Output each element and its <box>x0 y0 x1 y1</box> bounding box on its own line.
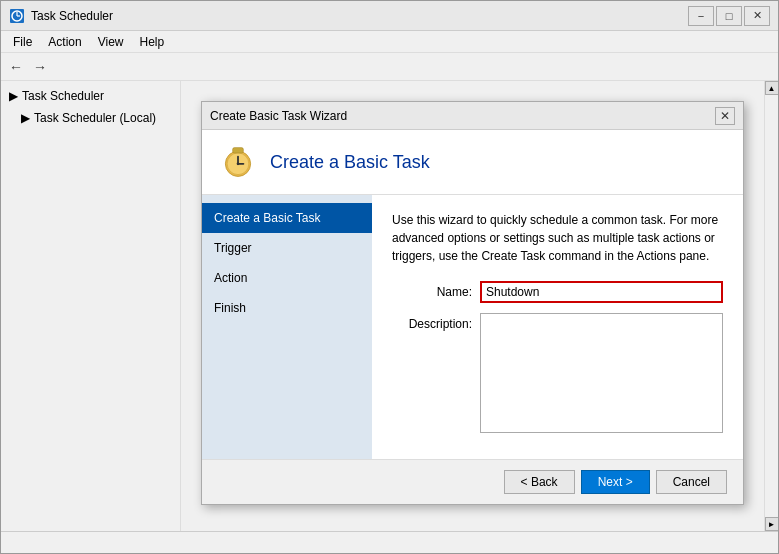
content-area: ▶ Task Scheduler ▶ Task Scheduler (Local… <box>1 81 778 531</box>
description-label: Description: <box>392 313 472 331</box>
window-controls: − □ ✕ <box>688 6 770 26</box>
step-trigger[interactable]: Trigger <box>202 233 372 263</box>
menu-bar: File Action View Help <box>1 31 778 53</box>
dialog-header-icon <box>218 142 258 182</box>
left-panel-item-label-2: Task Scheduler (Local) <box>34 111 156 125</box>
next-button[interactable]: Next > <box>581 470 650 494</box>
dialog-body: Create a Basic Task Trigger Action Finis… <box>202 195 743 459</box>
steps-panel: Create a Basic Task Trigger Action Finis… <box>202 195 372 459</box>
description-row: Description: <box>392 313 723 433</box>
title-bar: Task Scheduler − □ ✕ <box>1 1 778 31</box>
name-row: Name: <box>392 281 723 303</box>
back-button[interactable]: < Back <box>504 470 575 494</box>
window-title: Task Scheduler <box>31 9 682 23</box>
close-button[interactable]: ✕ <box>744 6 770 26</box>
menu-view[interactable]: View <box>90 33 132 51</box>
expand-icon: ▶ <box>9 89 18 103</box>
cancel-button[interactable]: Cancel <box>656 470 727 494</box>
svg-point-8 <box>237 162 240 165</box>
dialog-header-title: Create a Basic Task <box>270 152 430 173</box>
right-scrollbar: ▲ ► <box>764 81 778 531</box>
name-label: Name: <box>392 281 472 299</box>
toolbar: ← → <box>1 53 778 81</box>
main-window: Task Scheduler − □ ✕ File Action View He… <box>0 0 779 554</box>
step-finish[interactable]: Finish <box>202 293 372 323</box>
step-action[interactable]: Action <box>202 263 372 293</box>
left-panel-item-label: Task Scheduler <box>22 89 104 103</box>
dialog-close-button[interactable]: ✕ <box>715 107 735 125</box>
form-area: Use this wizard to quickly schedule a co… <box>372 195 743 459</box>
dialog-title-bar: Create Basic Task Wizard ✕ <box>202 102 743 130</box>
app-icon <box>9 8 25 24</box>
dialog-footer: < Back Next > Cancel <box>202 459 743 504</box>
left-panel-task-scheduler[interactable]: ▶ Task Scheduler <box>1 85 180 107</box>
left-panel: ▶ Task Scheduler ▶ Task Scheduler (Local… <box>1 81 181 531</box>
dialog-title: Create Basic Task Wizard <box>210 109 709 123</box>
status-bar <box>1 531 778 553</box>
scroll-up-button[interactable]: ▲ <box>765 81 779 95</box>
scroll-right-arrow[interactable]: ► <box>765 517 779 531</box>
minimize-button[interactable]: − <box>688 6 714 26</box>
description-input[interactable] <box>480 313 723 433</box>
dialog-header: Create a Basic Task <box>202 130 743 195</box>
forward-button[interactable]: → <box>29 56 51 78</box>
left-panel-task-scheduler-library[interactable]: ▶ Task Scheduler (Local) <box>1 107 180 129</box>
svg-rect-9 <box>233 148 244 153</box>
menu-action[interactable]: Action <box>40 33 89 51</box>
expand-icon-2: ▶ <box>21 111 30 125</box>
back-button[interactable]: ← <box>5 56 27 78</box>
main-panel: Create Basic Task Wizard ✕ <box>181 81 764 531</box>
menu-help[interactable]: Help <box>132 33 173 51</box>
form-description: Use this wizard to quickly schedule a co… <box>392 211 723 265</box>
dialog-overlay: Create Basic Task Wizard ✕ <box>181 81 764 531</box>
name-input[interactable] <box>480 281 723 303</box>
step-create-basic-task[interactable]: Create a Basic Task <box>202 203 372 233</box>
maximize-button[interactable]: □ <box>716 6 742 26</box>
create-basic-task-dialog: Create Basic Task Wizard ✕ <box>201 101 744 505</box>
menu-file[interactable]: File <box>5 33 40 51</box>
